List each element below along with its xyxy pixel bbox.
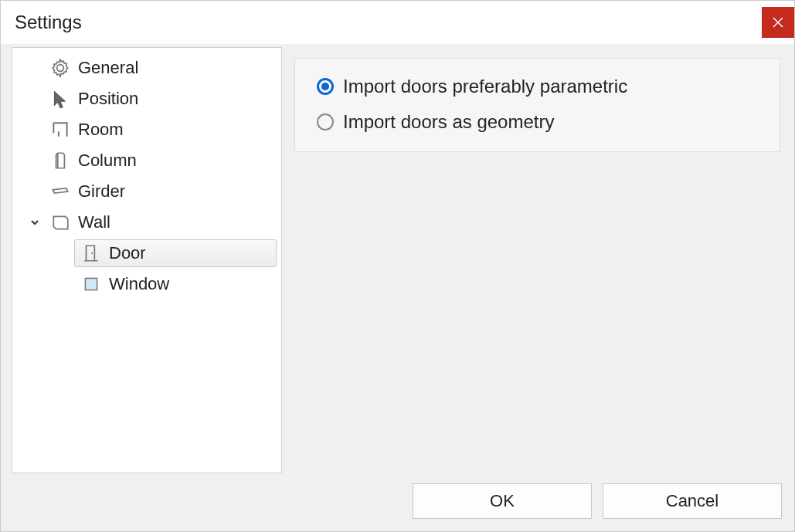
radio-icon [317, 114, 334, 130]
radio-import-parametric[interactable]: Import doors preferably parametric [317, 76, 758, 97]
cancel-button[interactable]: Cancel [603, 483, 782, 519]
sidebar-item-column[interactable]: Column [12, 145, 281, 176]
dialog-body: General Position Room [1, 44, 794, 474]
close-button[interactable] [762, 7, 794, 38]
sidebar-item-label: Column [73, 151, 273, 171]
window-icon [78, 274, 104, 294]
sidebar-item-label: Window [104, 274, 273, 294]
sidebar-item-wall[interactable]: Wall [12, 207, 281, 238]
sidebar-item-label: General [73, 58, 273, 78]
dialog-footer: OK Cancel [1, 474, 794, 531]
sidebar-item-girder[interactable]: Girder [12, 176, 281, 207]
sidebar-item-label: Room [73, 120, 273, 140]
window-title: Settings [15, 12, 82, 33]
radio-icon [317, 78, 334, 95]
sidebar-tree: General Position Room [12, 47, 282, 473]
sidebar-item-window[interactable]: Window [12, 269, 281, 300]
sidebar-item-door[interactable]: Door [12, 238, 281, 269]
svg-point-2 [91, 252, 93, 254]
sidebar-item-label: Wall [73, 212, 273, 232]
settings-dialog: Settings General [0, 0, 795, 532]
door-icon [78, 243, 104, 263]
content-pane: Import doors preferably parametric Impor… [282, 44, 794, 474]
column-icon [47, 151, 73, 171]
titlebar: Settings [1, 1, 794, 44]
gear-icon [47, 58, 73, 78]
sidebar-item-general[interactable]: General [12, 53, 281, 83]
girder-icon [47, 181, 73, 202]
radio-label: Import doors preferably parametric [343, 76, 627, 97]
radio-label: Import doors as geometry [343, 111, 554, 133]
radio-import-geometry[interactable]: Import doors as geometry [317, 111, 758, 133]
svg-rect-3 [85, 278, 97, 290]
wall-icon [47, 212, 73, 232]
close-icon [773, 17, 783, 28]
sidebar-item-label: Girder [73, 181, 273, 202]
sidebar-item-label: Door [104, 243, 273, 263]
cursor-icon [47, 89, 73, 109]
options-panel: Import doors preferably parametric Impor… [294, 58, 780, 152]
ok-button[interactable]: OK [413, 483, 592, 519]
sidebar-item-room[interactable]: Room [12, 114, 281, 145]
room-icon [47, 120, 73, 140]
chevron-down-icon[interactable] [26, 217, 43, 228]
sidebar-item-label: Position [73, 89, 273, 109]
sidebar-item-position[interactable]: Position [12, 83, 281, 114]
